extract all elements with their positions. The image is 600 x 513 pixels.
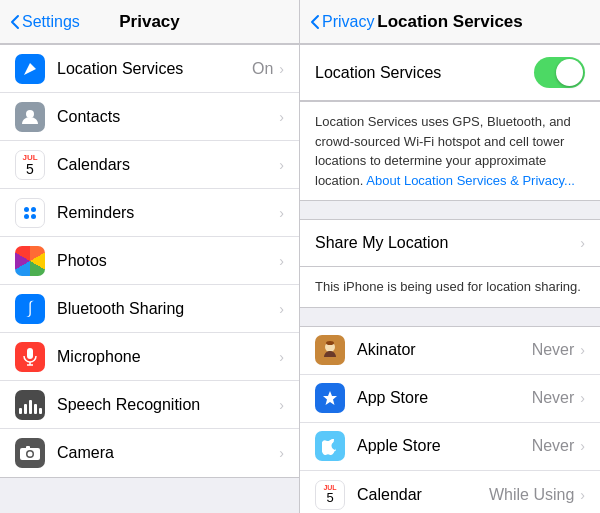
appstore-label: App Store [357, 389, 532, 407]
share-location-row[interactable]: Share My Location › [300, 219, 600, 267]
bluetooth-symbol: ⎰ [25, 300, 35, 318]
privacy-list: Location Services On › Contacts › JUL [0, 44, 299, 478]
back-to-settings[interactable]: Settings [10, 13, 80, 31]
right-nav-bar: Privacy Location Services [300, 0, 600, 43]
contacts-icon [15, 102, 45, 132]
akinator-chevron: › [580, 342, 585, 358]
left-panel-title: Privacy [119, 12, 180, 32]
contacts-chevron: › [279, 109, 284, 125]
share-info-box: This iPhone is being used for location s… [300, 267, 600, 308]
speech-chevron: › [279, 397, 284, 413]
app-item-calendar[interactable]: JUL 5 Calendar While Using › [300, 471, 600, 514]
calendars-icon: JUL 5 [15, 150, 45, 180]
share-info-text: This iPhone is being used for location s… [315, 277, 585, 297]
share-location-label: Share My Location [315, 234, 580, 252]
location-services-value: On [252, 60, 273, 78]
right-panel: Location Services Location Services uses… [300, 44, 600, 513]
location-info-text: Location Services uses GPS, Bluetooth, a… [315, 112, 585, 190]
contacts-person-icon [21, 109, 39, 125]
list-item-calendars[interactable]: JUL 5 Calendars › [0, 141, 299, 189]
back-label: Settings [22, 13, 80, 31]
bluetooth-icon: ⎰ [15, 294, 45, 324]
nav-bars: Settings Privacy Privacy Location Servic… [0, 0, 600, 44]
speech-label: Speech Recognition [57, 396, 279, 414]
calendar-chevron: › [580, 487, 585, 503]
app-item-akinator[interactable]: Akinator Never › [300, 327, 600, 375]
camera-icon [15, 438, 45, 468]
location-services-toggle-row[interactable]: Location Services [300, 44, 600, 101]
photos-icon [15, 246, 45, 276]
calendars-label: Calendars [57, 156, 279, 174]
list-item-location-services[interactable]: Location Services On › [0, 45, 299, 93]
location-services-icon [15, 54, 45, 84]
list-item-reminders[interactable]: Reminders › [0, 189, 299, 237]
microphone-icon [15, 342, 45, 372]
location-arrow-icon [22, 61, 38, 77]
apps-list: Akinator Never › App Store Never › [300, 326, 600, 514]
calendar-label: Calendar [357, 486, 489, 504]
calendar-app-icon: JUL 5 [315, 480, 345, 510]
reminders-chevron: › [279, 205, 284, 221]
left-panel: Location Services On › Contacts › JUL [0, 44, 300, 513]
back-privacy-label: Privacy [322, 13, 374, 31]
list-item-photos[interactable]: Photos › [0, 237, 299, 285]
calendar-day: 5 [26, 162, 34, 176]
panels: Location Services On › Contacts › JUL [0, 44, 600, 513]
photos-chevron: › [279, 253, 284, 269]
svg-point-10 [326, 341, 334, 345]
reminders-icon [15, 198, 45, 228]
location-info-box: Location Services uses GPS, Bluetooth, a… [300, 101, 600, 201]
applestore-value: Never [532, 437, 575, 455]
contacts-label: Contacts [57, 108, 279, 126]
location-services-toggle[interactable] [534, 57, 585, 88]
akinator-label: Akinator [357, 341, 532, 359]
app-item-applestore[interactable]: Apple Store Never › [300, 423, 600, 471]
svg-rect-8 [26, 446, 30, 449]
applestore-label: Apple Store [357, 437, 532, 455]
calendars-chevron: › [279, 157, 284, 173]
speech-icon [15, 390, 45, 420]
list-item-speech[interactable]: Speech Recognition › [0, 381, 299, 429]
camera-chevron: › [279, 445, 284, 461]
back-chevron-icon [10, 14, 20, 30]
akinator-svg [319, 339, 341, 361]
photos-label: Photos [57, 252, 279, 270]
microphone-label: Microphone [57, 348, 279, 366]
share-section: Share My Location › This iPhone is being… [300, 219, 600, 308]
bluetooth-label: Bluetooth Sharing [57, 300, 279, 318]
appstore-value: Never [532, 389, 575, 407]
camera-svg-icon [20, 446, 40, 460]
svg-rect-2 [27, 348, 33, 359]
list-item-contacts[interactable]: Contacts › [0, 93, 299, 141]
back-to-privacy[interactable]: Privacy [310, 13, 374, 31]
appstore-icon [315, 383, 345, 413]
mic-icon [23, 348, 37, 366]
akinator-icon [315, 335, 345, 365]
akinator-value: Never [532, 341, 575, 359]
reminders-label: Reminders [57, 204, 279, 222]
camera-label: Camera [57, 444, 279, 462]
appstore-chevron: › [580, 390, 585, 406]
share-location-chevron: › [580, 235, 585, 251]
svg-point-7 [28, 452, 33, 457]
svg-marker-0 [24, 63, 36, 75]
location-services-toggle-label: Location Services [315, 64, 534, 82]
app-item-appstore[interactable]: App Store Never › [300, 375, 600, 423]
reminders-dots [20, 203, 40, 223]
bluetooth-chevron: › [279, 301, 284, 317]
cal-day: 5 [326, 491, 333, 505]
applestore-icon [315, 431, 345, 461]
calendar-value: While Using [489, 486, 574, 504]
list-item-bluetooth[interactable]: ⎰ Bluetooth Sharing › [0, 285, 299, 333]
left-nav-bar: Settings Privacy [0, 0, 300, 43]
location-privacy-link[interactable]: About Location Services & Privacy... [366, 173, 575, 188]
list-item-microphone[interactable]: Microphone › [0, 333, 299, 381]
list-item-camera[interactable]: Camera › [0, 429, 299, 477]
back-chevron-right-icon [310, 14, 320, 30]
location-services-label: Location Services [57, 60, 252, 78]
svg-point-1 [26, 110, 34, 118]
location-services-chevron: › [279, 61, 284, 77]
microphone-chevron: › [279, 349, 284, 365]
appstore-svg [321, 389, 339, 407]
applestore-chevron: › [580, 438, 585, 454]
